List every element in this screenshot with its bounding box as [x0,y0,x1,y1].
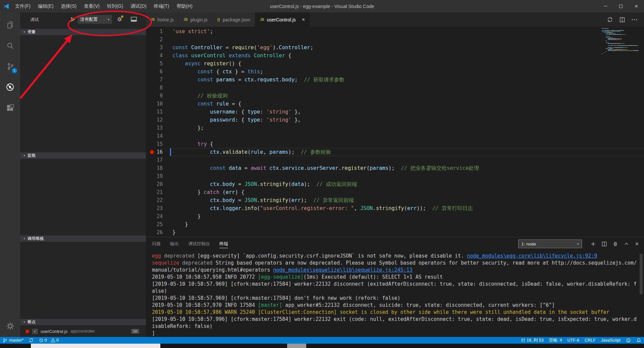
activity-explorer[interactable] [0,14,20,35]
code-line[interactable]: 5 async register() { [146,60,644,68]
terminal-scrollbar[interactable] [640,254,643,294]
menu-item[interactable]: 查看(V) [80,0,103,12]
code-line[interactable]: 8 [146,84,644,92]
panel-tab[interactable]: 输出 [170,240,179,248]
code-line[interactable]: 22 ctx.body = JSON.stringify(err); // 异常… [146,196,644,204]
js-file-icon: JS [151,18,155,21]
panel-tab[interactable]: 调试控制台 [188,240,210,248]
code-line[interactable]: 1'use strict'; [146,27,644,36]
terminal-link[interactable]: node_modules\egg-core\lib\lifecycle.js:9… [467,253,597,259]
breakpoint-glyph[interactable] [150,150,154,154]
tab-close-icon[interactable]: × [302,17,305,22]
panel-tab[interactable]: 问题 [152,240,161,248]
notifications-bell-icon[interactable] [634,337,644,344]
section-variables[interactable]: ▼ 变量 [20,29,146,35]
restore-button[interactable] [613,0,629,12]
more-actions-icon[interactable]: ··· [632,17,638,23]
menu-item[interactable]: 帮助(H) [173,0,196,12]
maximize-panel-icon[interactable] [624,241,629,247]
debug-configure-button[interactable] [117,16,122,22]
section-call-stack-label: 调用堆栈 [28,236,44,241]
tab-plugin-js[interactable]: JS plugin.js [179,12,213,27]
code-line[interactable]: 9 // 校验规则 [146,92,644,100]
minimap[interactable] [602,28,639,54]
menu-item[interactable]: 转到(G) [103,0,127,12]
code-line[interactable]: 16 ctx.validate(rule, params); // 参数校验 [146,148,644,156]
code-line[interactable]: 20 ctx.body = JSON.stringify(data); // 成… [146,180,644,188]
code-line[interactable]: 13 }; [146,124,644,132]
menu-item[interactable]: 终端(T) [150,0,173,12]
cursor-position[interactable]: 行 16, 列 53 [519,337,546,344]
menu-item[interactable]: 调试(D) [127,0,150,12]
code-line[interactable]: 18 const data = await ctx.service.userSe… [146,164,644,172]
split-terminal-icon[interactable] [602,241,607,247]
code-line[interactable]: 11 username: { type: 'string' }, [146,108,644,116]
terminal-line: egg deprecated [egg-security] `app.confi… [152,253,637,260]
code-line[interactable]: 4class userControl extends Controller { [146,52,644,60]
code-line[interactable]: 21 } catch (err) { [146,188,644,196]
code-line[interactable]: 24 } [146,212,644,220]
code-line[interactable]: 3const Controller = require('egg').Contr… [146,44,644,52]
menu-item[interactable]: 编辑(E) [34,0,57,12]
menu-item[interactable]: 文件(F) [11,0,34,12]
terminal-line: [2019-05-10 10:58:57.969] [cfork:master:… [152,281,637,288]
sync-changes-icon[interactable] [607,17,613,22]
activity-source-control[interactable]: 1 [0,56,20,77]
indentation[interactable]: 空格: 4 [546,337,565,344]
terminal-selector[interactable]: 1: node ▼ [518,239,582,248]
section-breakpoints[interactable]: ▼ 断点 [20,319,146,325]
code-line[interactable]: 23 ctx.logger.info("userControl.register… [146,204,644,212]
section-call-stack[interactable]: ▼ 调用堆栈 [20,235,146,242]
encoding[interactable]: UTF-8 [565,337,582,344]
breakpoint-file: userControl.js [41,329,67,334]
terminal-output[interactable]: egg deprecated [egg-security] `app.confi… [152,253,637,337]
eol-sequence[interactable]: CRLF [582,337,598,344]
kill-terminal-trash-icon[interactable] [613,241,618,247]
language-mode[interactable]: JavaScript [598,337,623,344]
terminal-line: 2019-05-10 10:58:57,970 INFO 17584 [mast… [152,302,637,309]
code-line[interactable]: 2 [146,36,644,44]
activity-extensions[interactable] [0,97,20,118]
code-line[interactable]: 14 [146,132,644,140]
terminal-line: sequelize deprecated String based operat… [152,260,637,267]
taskbar-window-segment [31,344,160,348]
breakpoint-checkbox[interactable]: ✓ [33,329,38,334]
code-line[interactable]: 12 password: { type: 'string' }, [146,116,644,124]
split-editor-icon[interactable] [620,17,625,22]
code-line[interactable]: 25 } [146,220,644,228]
breakpoint-path: app\controller [70,329,95,334]
error-icon [39,338,44,343]
settings-button[interactable] [0,318,20,334]
code-line[interactable]: 17 [146,156,644,164]
breakpoint-item[interactable]: ✓ userControl.js app\controller 16 [20,327,146,336]
code-line[interactable]: 26} [146,228,644,236]
debug-start-button[interactable] [71,17,75,22]
debug-console-toggle-button[interactable] [131,17,137,22]
code-line[interactable]: 19 [146,172,644,180]
panel-tab[interactable]: 终端 [219,240,228,248]
tab-usercontrol-js[interactable]: JS userControl.js × [255,12,310,27]
twisty-icon: ▼ [23,321,25,323]
window-controls: × [598,0,644,12]
activity-debug[interactable] [0,77,20,97]
tab-home-js[interactable]: JS home.js [146,12,179,27]
activity-search[interactable] [0,35,20,56]
section-watch[interactable]: ▼ 监视 [20,152,146,159]
code-line[interactable]: 7 const params = ctx.request.body; // 获取… [146,76,644,84]
menu-item[interactable]: 选择(S) [57,0,80,12]
feedback-smiley-icon[interactable] [623,337,634,344]
code-line[interactable]: 6 const { ctx } = this; [146,68,644,76]
problems-status[interactable]: 0 0 [36,337,61,344]
debug-config-dropdown[interactable]: 没有配置 ▼ [78,15,112,24]
close-panel-icon[interactable]: × [635,241,639,247]
new-terminal-icon[interactable] [591,241,596,247]
close-window-button[interactable]: × [629,0,644,12]
tab-package-json[interactable]: {} package.json [213,12,255,27]
code-editor[interactable]: 1'use strict';23const Controller = requi… [146,27,644,237]
code-line[interactable]: 15 try { [146,140,644,148]
branch-status[interactable]: master* [0,337,26,344]
sync-status[interactable] [26,337,36,344]
terminal-link[interactable]: node_modules\sequelize\lib\sequelize.js:… [273,267,412,273]
code-line[interactable]: 10 const rule = { [146,100,644,108]
minimize-button[interactable] [598,0,613,12]
